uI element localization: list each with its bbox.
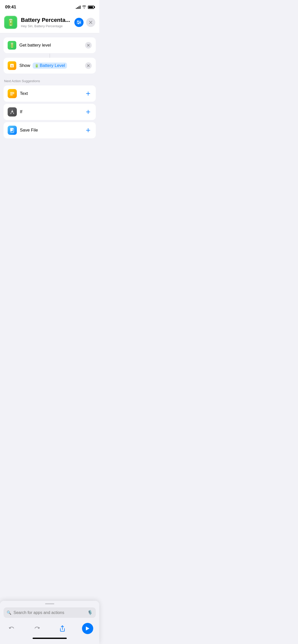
pill-battery-icon: 🔋 bbox=[35, 64, 39, 68]
if-add-button[interactable] bbox=[85, 108, 92, 115]
save-file-action-icon bbox=[8, 126, 17, 135]
header-buttons bbox=[74, 18, 95, 27]
if-action-icon bbox=[8, 107, 17, 116]
svg-rect-14 bbox=[10, 92, 14, 93]
svg-point-4 bbox=[79, 22, 81, 23]
actions-container: 🔋 Get battery level Q Show 🔋 Battery Lev… bbox=[0, 33, 99, 74]
shortcut-header: 🔋 Battery Percenta... Hey Siri, Battery … bbox=[0, 13, 99, 33]
text-add-button[interactable] bbox=[85, 90, 92, 97]
battery-icon bbox=[88, 6, 94, 9]
close-button[interactable] bbox=[86, 18, 95, 27]
suggestion-text[interactable]: Text bbox=[4, 85, 96, 102]
get-battery-icon: 🔋 bbox=[8, 41, 16, 50]
get-battery-label: Get battery level bbox=[19, 43, 82, 48]
show-battery-label: Show 🔋 Battery Level bbox=[19, 63, 82, 69]
svg-text:Q: Q bbox=[11, 65, 13, 67]
svg-point-5 bbox=[78, 23, 79, 24]
shortcut-subtitle: Hey Siri, Battery Percentage bbox=[21, 24, 71, 28]
if-action-label: If bbox=[20, 109, 82, 114]
header-text: Battery Percenta... Hey Siri, Battery Pe… bbox=[21, 17, 71, 28]
show-battery-icon: Q bbox=[8, 61, 16, 70]
show-battery-dismiss-button[interactable] bbox=[85, 62, 92, 69]
svg-rect-15 bbox=[10, 93, 14, 94]
action-card-show-battery[interactable]: Q Show 🔋 Battery Level bbox=[4, 58, 96, 74]
get-battery-dismiss-button[interactable] bbox=[85, 42, 92, 49]
text-action-label: Text bbox=[20, 91, 82, 96]
filter-button[interactable] bbox=[74, 18, 84, 27]
connector-line bbox=[50, 54, 50, 58]
wifi-icon bbox=[82, 5, 86, 9]
pill-text: Battery Level bbox=[40, 63, 65, 68]
svg-rect-21 bbox=[10, 128, 13, 131]
signal-bars-icon bbox=[76, 6, 80, 9]
battery-level-pill: 🔋 Battery Level bbox=[33, 63, 67, 69]
text-action-icon bbox=[8, 89, 17, 98]
app-icon: 🔋 bbox=[4, 16, 17, 29]
suggestions-label: Next Action Suggestions bbox=[4, 79, 96, 83]
svg-point-3 bbox=[77, 21, 79, 22]
svg-rect-16 bbox=[10, 95, 13, 95]
suggestion-save-file[interactable]: Save File bbox=[4, 122, 96, 138]
suggestion-if[interactable]: If bbox=[4, 104, 96, 120]
save-file-add-button[interactable] bbox=[85, 127, 92, 134]
action-card-get-battery[interactable]: 🔋 Get battery level bbox=[4, 37, 96, 53]
shortcut-title: Battery Percenta... bbox=[21, 17, 71, 23]
status-time: 09:41 bbox=[5, 5, 16, 10]
suggestions-section: Next Action Suggestions Text If bbox=[0, 74, 99, 143]
save-file-action-label: Save File bbox=[20, 128, 82, 133]
status-bar: 09:41 bbox=[0, 0, 99, 13]
status-icons bbox=[76, 5, 94, 9]
app-icon-emoji: 🔋 bbox=[7, 19, 15, 26]
